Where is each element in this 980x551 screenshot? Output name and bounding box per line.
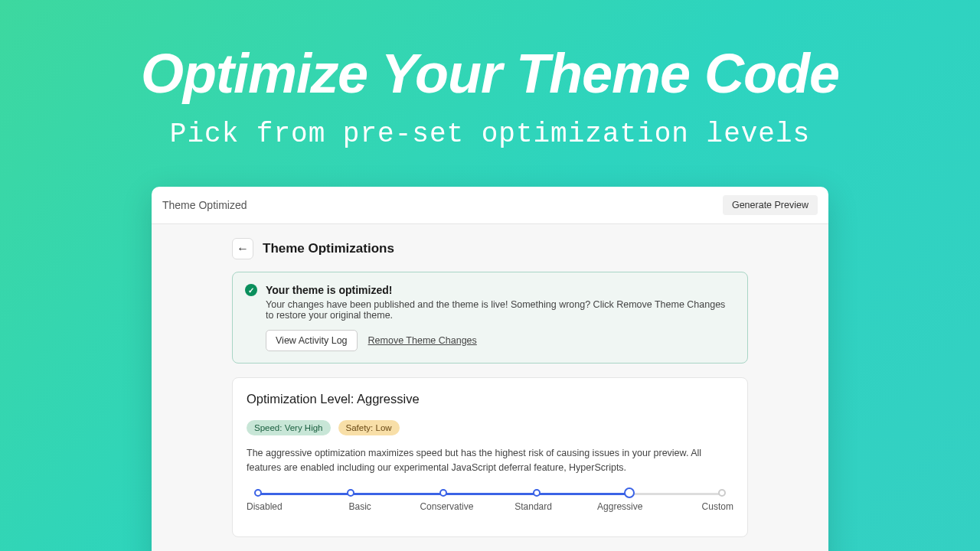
slider-dot-conservative[interactable] bbox=[439, 489, 447, 497]
check-circle-icon: ✓ bbox=[245, 284, 257, 296]
slider-label: Conservative bbox=[420, 501, 473, 512]
banner-title: Your theme is optimized! bbox=[266, 284, 392, 296]
slider-label: Disabled bbox=[247, 501, 300, 512]
slider-dot-aggressive[interactable] bbox=[624, 487, 635, 498]
back-button[interactable]: ← bbox=[232, 238, 253, 259]
hero-title: Optimize Your Theme Code bbox=[0, 42, 980, 105]
slider-dot-disabled[interactable] bbox=[254, 489, 262, 497]
banner-text: Your changes have been published and the… bbox=[266, 299, 735, 321]
optimization-level-slider[interactable]: Disabled Basic Conservative Standard Agg… bbox=[247, 489, 733, 520]
slider-label: Aggressive bbox=[593, 501, 647, 512]
slider-label: Basic bbox=[333, 501, 387, 512]
app-title: Theme Optimized bbox=[162, 199, 247, 211]
app-body: ← Theme Optimizations ✓ Your theme is op… bbox=[152, 224, 828, 551]
remove-theme-changes-link[interactable]: Remove Theme Changes bbox=[368, 335, 477, 346]
level-title: Optimization Level: Aggressive bbox=[247, 392, 733, 406]
slider-dot-basic[interactable] bbox=[347, 489, 354, 497]
slider-label: Custom bbox=[680, 501, 733, 512]
success-banner: ✓ Your theme is optimized! Your changes … bbox=[232, 272, 748, 364]
speed-badge: Speed: Very High bbox=[247, 420, 331, 435]
slider-dot-custom[interactable] bbox=[718, 489, 726, 497]
safety-badge: Safety: Low bbox=[338, 420, 400, 435]
slider-dot-standard[interactable] bbox=[533, 489, 541, 497]
level-description: The aggressive optimization maximizes sp… bbox=[247, 446, 733, 475]
slider-label: Standard bbox=[507, 501, 560, 512]
page-header: ← Theme Optimizations bbox=[167, 238, 813, 259]
view-activity-log-button[interactable]: View Activity Log bbox=[266, 330, 358, 351]
page-title: Theme Optimizations bbox=[263, 241, 394, 256]
hero-subtitle: Pick from pre-set optimization levels bbox=[0, 119, 980, 150]
app-window: Theme Optimized Generate Preview ← Theme… bbox=[152, 187, 828, 551]
optimization-level-card: Optimization Level: Aggressive Speed: Ve… bbox=[232, 377, 748, 537]
arrow-left-icon: ← bbox=[237, 242, 249, 256]
generate-preview-button[interactable]: Generate Preview bbox=[723, 195, 818, 215]
app-header: Theme Optimized Generate Preview bbox=[152, 187, 828, 224]
